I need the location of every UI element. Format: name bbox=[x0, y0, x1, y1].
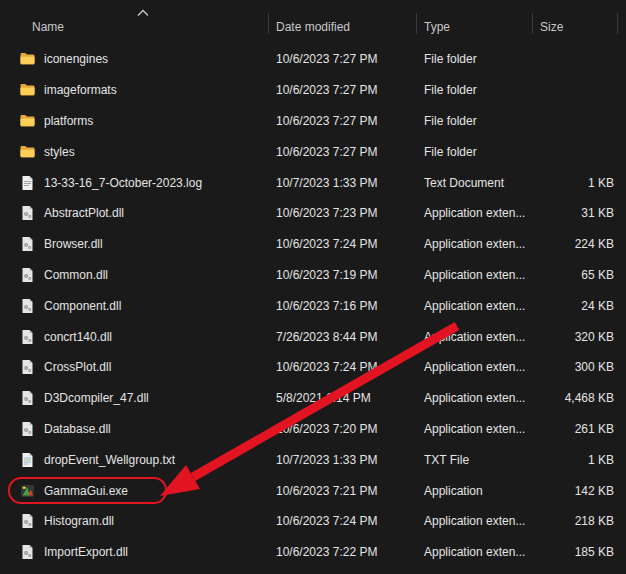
text-document-icon bbox=[19, 175, 37, 191]
file-size: 1 KB bbox=[532, 453, 617, 467]
column-resize-handle[interactable] bbox=[617, 13, 618, 34]
dll-file-icon bbox=[19, 205, 37, 221]
file-list-rows: iconengines 10/6/2023 7:27 PM File folde… bbox=[0, 44, 617, 568]
file-type: Application exten... bbox=[416, 545, 532, 559]
file-date-modified: 10/7/2023 1:33 PM bbox=[268, 453, 416, 467]
file-date-modified: 10/6/2023 7:27 PM bbox=[268, 83, 416, 97]
folder-icon bbox=[19, 144, 37, 160]
file-type: Application exten... bbox=[416, 206, 532, 220]
column-header-date-modified[interactable]: Date modified bbox=[268, 20, 416, 34]
file-name: ImportExport.dll bbox=[44, 545, 128, 559]
file-row[interactable]: iconengines 10/6/2023 7:27 PM File folde… bbox=[0, 44, 617, 75]
file-row[interactable]: styles 10/6/2023 7:27 PM File folder bbox=[0, 136, 617, 167]
file-row[interactable]: concrt140.dll 7/26/2023 8:44 PM Applicat… bbox=[0, 321, 617, 352]
dll-file-icon bbox=[19, 236, 37, 252]
file-date-modified: 10/6/2023 7:19 PM bbox=[268, 268, 416, 282]
dll-file-icon bbox=[19, 390, 37, 406]
file-date-modified: 10/6/2023 7:22 PM bbox=[268, 545, 416, 559]
file-size: 218 KB bbox=[532, 514, 617, 528]
column-header-name[interactable]: Name bbox=[0, 20, 268, 34]
file-type: Application exten... bbox=[416, 422, 532, 436]
file-date-modified: 10/6/2023 7:16 PM bbox=[268, 299, 416, 313]
file-name: 13-33-16_7-October-2023.log bbox=[44, 176, 202, 190]
file-date-modified: 10/6/2023 7:24 PM bbox=[268, 237, 416, 251]
dll-file-icon bbox=[19, 267, 37, 283]
dll-file-icon bbox=[19, 359, 37, 375]
file-date-modified: 10/6/2023 7:27 PM bbox=[268, 52, 416, 66]
file-type: Application exten... bbox=[416, 330, 532, 344]
file-date-modified: 10/6/2023 7:23 PM bbox=[268, 206, 416, 220]
file-type: Application exten... bbox=[416, 391, 532, 405]
column-resize-handle[interactable] bbox=[268, 13, 269, 34]
file-name: Common.dll bbox=[44, 268, 108, 282]
file-date-modified: 7/26/2023 8:44 PM bbox=[268, 330, 416, 344]
column-resize-handle[interactable] bbox=[532, 13, 533, 34]
file-type: Application exten... bbox=[416, 299, 532, 313]
file-row[interactable]: Common.dll 10/6/2023 7:19 PM Application… bbox=[0, 260, 617, 291]
file-type: Text Document bbox=[416, 176, 532, 190]
file-name: imageformats bbox=[44, 83, 117, 97]
file-date-modified: 10/6/2023 7:27 PM bbox=[268, 145, 416, 159]
file-name: styles bbox=[44, 145, 75, 159]
file-date-modified: 5/8/2021 1:14 PM bbox=[268, 391, 416, 405]
file-explorer-window: Name Date modified Type Size iconengines… bbox=[0, 0, 626, 574]
application-icon bbox=[19, 483, 37, 499]
file-size: 31 KB bbox=[532, 206, 617, 220]
file-size: 24 KB bbox=[532, 299, 617, 313]
column-resize-handle[interactable] bbox=[416, 13, 417, 34]
file-date-modified: 10/6/2023 7:20 PM bbox=[268, 422, 416, 436]
file-name: platforms bbox=[44, 114, 93, 128]
file-row[interactable]: CrossPlot.dll 10/6/2023 7:24 PM Applicat… bbox=[0, 352, 617, 383]
file-row[interactable]: Browser.dll 10/6/2023 7:24 PM Applicatio… bbox=[0, 229, 617, 260]
folder-icon bbox=[19, 51, 37, 67]
txt-file-icon bbox=[19, 452, 37, 468]
file-name: GammaGui.exe bbox=[44, 484, 128, 498]
file-size: 300 KB bbox=[532, 360, 617, 374]
file-type: Application bbox=[416, 484, 532, 498]
file-name: dropEvent_Wellgroup.txt bbox=[44, 453, 175, 467]
file-row[interactable]: Component.dll 10/6/2023 7:16 PM Applicat… bbox=[0, 290, 617, 321]
file-type: File folder bbox=[416, 52, 532, 66]
dll-file-icon bbox=[19, 298, 37, 314]
file-date-modified: 10/6/2023 7:21 PM bbox=[268, 484, 416, 498]
folder-icon bbox=[19, 82, 37, 98]
file-name: Database.dll bbox=[44, 422, 111, 436]
file-size: 65 KB bbox=[532, 268, 617, 282]
dll-file-icon bbox=[19, 544, 37, 560]
file-row[interactable]: dropEvent_Wellgroup.txt 10/7/2023 1:33 P… bbox=[0, 444, 617, 475]
file-row[interactable]: Histogram.dll 10/6/2023 7:24 PM Applicat… bbox=[0, 506, 617, 537]
column-header-type[interactable]: Type bbox=[416, 20, 532, 34]
file-row[interactable]: AbstractPlot.dll 10/6/2023 7:23 PM Appli… bbox=[0, 198, 617, 229]
file-size: 320 KB bbox=[532, 330, 617, 344]
file-size: 185 KB bbox=[532, 545, 617, 559]
dll-file-icon bbox=[19, 513, 37, 529]
file-type: Application exten... bbox=[416, 360, 532, 374]
file-row[interactable]: Database.dll 10/6/2023 7:20 PM Applicati… bbox=[0, 414, 617, 445]
file-size: 142 KB bbox=[532, 484, 617, 498]
file-name: D3Dcompiler_47.dll bbox=[44, 391, 149, 405]
file-date-modified: 10/6/2023 7:24 PM bbox=[268, 360, 416, 374]
file-name: Component.dll bbox=[44, 299, 121, 313]
file-row[interactable]: imageformats 10/6/2023 7:27 PM File fold… bbox=[0, 75, 617, 106]
file-name: iconengines bbox=[44, 52, 108, 66]
file-date-modified: 10/7/2023 1:33 PM bbox=[268, 176, 416, 190]
file-type: Application exten... bbox=[416, 268, 532, 282]
dll-file-icon bbox=[19, 421, 37, 437]
file-type: Application exten... bbox=[416, 514, 532, 528]
file-row[interactable]: 13-33-16_7-October-2023.log 10/7/2023 1:… bbox=[0, 167, 617, 198]
file-name: concrt140.dll bbox=[44, 330, 112, 344]
file-size: 261 KB bbox=[532, 422, 617, 436]
file-date-modified: 10/6/2023 7:27 PM bbox=[268, 114, 416, 128]
file-type: TXT File bbox=[416, 453, 532, 467]
file-row[interactable]: GammaGui.exe 10/6/2023 7:21 PM Applicati… bbox=[0, 475, 617, 506]
column-headers: Name Date modified Type Size bbox=[0, 14, 617, 40]
file-size: 1 KB bbox=[532, 176, 617, 190]
file-type: Application exten... bbox=[416, 237, 532, 251]
file-row[interactable]: ImportExport.dll 10/6/2023 7:22 PM Appli… bbox=[0, 537, 617, 568]
file-row[interactable]: D3Dcompiler_47.dll 5/8/2021 1:14 PM Appl… bbox=[0, 383, 617, 414]
file-name: Browser.dll bbox=[44, 237, 103, 251]
file-type: File folder bbox=[416, 83, 532, 97]
file-size: 4,468 KB bbox=[532, 391, 617, 405]
column-header-size[interactable]: Size bbox=[532, 20, 617, 34]
file-row[interactable]: platforms 10/6/2023 7:27 PM File folder bbox=[0, 106, 617, 137]
